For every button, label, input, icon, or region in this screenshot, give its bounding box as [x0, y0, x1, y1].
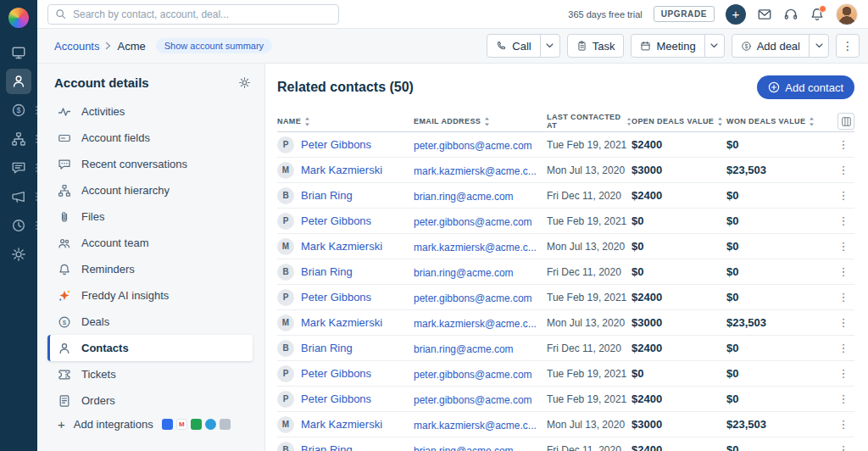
- rail-campaigns[interactable]: [6, 184, 31, 209]
- contact-name-link[interactable]: Brian Ring: [301, 265, 353, 278]
- sidebar-item-label: Files: [81, 210, 104, 223]
- row-kebab-menu[interactable]: ⋮: [837, 291, 849, 303]
- rail-contacts[interactable]: [6, 69, 31, 94]
- user-avatar[interactable]: [836, 3, 858, 25]
- row-kebab-menu[interactable]: ⋮: [837, 164, 849, 176]
- rail-settings[interactable]: [6, 242, 31, 267]
- contact-email-link[interactable]: peter.gibbons@acme.com: [414, 292, 532, 304]
- ticket-icon: [58, 368, 71, 381]
- row-kebab-menu[interactable]: ⋮: [837, 393, 849, 405]
- column-header-open-deals[interactable]: OPEN DEALS VALUE: [632, 117, 726, 126]
- row-kebab-menu[interactable]: ⋮: [837, 265, 849, 278]
- column-picker-button[interactable]: [837, 113, 854, 130]
- row-kebab-menu[interactable]: ⋮: [837, 342, 849, 354]
- call-button[interactable]: Call: [487, 34, 540, 58]
- last-contacted-value: Fri Dec 11, 2020: [547, 266, 632, 278]
- contact-email-link[interactable]: peter.gibbons@acme.com: [414, 216, 532, 228]
- contact-avatar: M: [277, 238, 294, 255]
- last-contacted-value: Mon Jul 13, 2020: [547, 241, 632, 253]
- show-account-summary-pill[interactable]: Show account summary: [156, 38, 272, 53]
- sidebar-item-label: Orders: [81, 394, 115, 407]
- table-row: M Mark Kazmierski mark.kazmiersk@acme.c.…: [277, 158, 854, 183]
- sidebar-item-activities[interactable]: Activities: [37, 98, 253, 125]
- freshworks-logo-icon[interactable]: [8, 8, 29, 28]
- row-kebab-menu[interactable]: ⋮: [837, 367, 849, 380]
- contact-email-link[interactable]: peter.gibbons@acme.com: [414, 140, 532, 152]
- sidebar-item-account-fields[interactable]: Account fields: [37, 125, 253, 151]
- sidebar-item-recent-conversations[interactable]: Recent conversations: [37, 151, 253, 177]
- contact-email-link[interactable]: peter.gibbons@acme.com: [414, 394, 532, 406]
- contact-name-link[interactable]: Peter Gibbons: [301, 291, 371, 303]
- row-kebab-menu[interactable]: ⋮: [837, 240, 849, 253]
- row-kebab-menu[interactable]: ⋮: [837, 316, 849, 329]
- rail-hierarchy[interactable]: [6, 126, 31, 152]
- contact-email-link[interactable]: mark.kazmiersk@acme.c...: [414, 318, 537, 330]
- sidebar-settings-button[interactable]: [238, 76, 251, 89]
- contact-email-link[interactable]: peter.gibbons@acme.com: [414, 369, 532, 381]
- toolbar-kebab-menu[interactable]: ⋮: [836, 34, 860, 58]
- contact-name-link[interactable]: Peter Gibbons: [301, 214, 371, 227]
- contact-name-link[interactable]: Peter Gibbons: [301, 138, 371, 151]
- sidebar-item-deals[interactable]: $ Deals: [37, 309, 253, 335]
- gear-icon: [238, 76, 251, 89]
- contact-name-link[interactable]: Mark Kazmierski: [301, 164, 382, 176]
- sort-icon: [304, 117, 310, 126]
- freddy-sparkle-icon: [58, 289, 71, 303]
- sidebar-item-orders[interactable]: Orders: [37, 387, 253, 414]
- column-header-won-deals[interactable]: WON DEALS VALUE: [726, 117, 835, 126]
- add-deal-dropdown-button[interactable]: [809, 34, 829, 58]
- row-kebab-menu[interactable]: ⋮: [837, 214, 849, 227]
- contact-name-link[interactable]: Mark Kazmierski: [301, 418, 382, 431]
- rail-activity-log[interactable]: [6, 213, 31, 238]
- svg-text:$: $: [744, 42, 748, 48]
- task-button[interactable]: Task: [567, 34, 625, 58]
- contact-name-link[interactable]: Brian Ring: [301, 189, 353, 202]
- upgrade-button[interactable]: UPGRADE: [654, 6, 715, 22]
- contact-name-link[interactable]: Brian Ring: [301, 443, 353, 451]
- email-button[interactable]: [757, 7, 772, 22]
- add-contact-button[interactable]: Add contact: [757, 75, 854, 99]
- sidebar-item-account-team[interactable]: Account team: [37, 230, 253, 256]
- activities-icon: [58, 105, 71, 119]
- contact-email-link[interactable]: brian.ring@acme.com: [414, 343, 514, 355]
- support-button[interactable]: [783, 7, 798, 22]
- contact-email-link[interactable]: mark.kazmiersk@acme.c...: [414, 165, 537, 177]
- row-kebab-menu[interactable]: ⋮: [837, 138, 849, 151]
- sidebar-item-contacts[interactable]: Contacts: [47, 335, 253, 361]
- sidebar-item-freddy-ai-insights[interactable]: Freddy AI insights: [37, 282, 253, 309]
- column-header-name[interactable]: NAME: [277, 117, 414, 126]
- sidebar-item-tickets[interactable]: Tickets: [37, 361, 253, 387]
- contact-name-link[interactable]: Brian Ring: [301, 342, 353, 354]
- meeting-button[interactable]: Meeting: [631, 34, 704, 58]
- sidebar-item-files[interactable]: Files: [37, 203, 253, 230]
- add-deal-button[interactable]: $ Add deal: [732, 34, 810, 58]
- row-kebab-menu[interactable]: ⋮: [837, 189, 849, 202]
- contact-email-link[interactable]: brian.ring@acme.com: [414, 267, 514, 279]
- contact-email-link[interactable]: brian.ring@acme.com: [414, 445, 514, 451]
- sidebar-item-reminders[interactable]: Reminders: [37, 256, 253, 282]
- notifications-button[interactable]: [810, 7, 825, 22]
- contact-email-link[interactable]: brian.ring@acme.com: [414, 191, 514, 203]
- contact-name-link[interactable]: Peter Gibbons: [301, 367, 371, 380]
- row-kebab-menu[interactable]: ⋮: [837, 443, 849, 451]
- rail-dashboard[interactable]: [6, 40, 31, 65]
- row-kebab-menu[interactable]: ⋮: [837, 418, 849, 431]
- contact-email-link[interactable]: mark.kazmiersk@acme.c...: [414, 420, 537, 432]
- column-header-email[interactable]: EMAIL ADDRESS: [414, 117, 547, 126]
- column-header-last-contacted[interactable]: LAST CONTACTED AT: [547, 113, 632, 130]
- contact-name-link[interactable]: Mark Kazmierski: [301, 240, 382, 253]
- add-integrations-button[interactable]: + Add integrations M: [37, 418, 264, 431]
- meeting-dropdown-button[interactable]: [704, 34, 725, 58]
- search-input[interactable]: [71, 8, 331, 21]
- breadcrumb-accounts-link[interactable]: Accounts: [54, 40, 99, 53]
- contact-name-link[interactable]: Peter Gibbons: [301, 393, 371, 405]
- rail-deals[interactable]: $: [6, 97, 31, 123]
- rail-conversations[interactable]: [6, 155, 31, 181]
- calendar-icon: [640, 41, 651, 52]
- call-dropdown-button[interactable]: [540, 34, 560, 58]
- global-search[interactable]: [47, 4, 339, 25]
- contact-email-link[interactable]: mark.kazmiersk@acme.c...: [414, 242, 537, 253]
- sidebar-item-account-hierarchy[interactable]: Account hierarchy: [37, 177, 253, 203]
- contact-name-link[interactable]: Mark Kazmierski: [301, 316, 382, 329]
- quick-add-button[interactable]: +: [726, 4, 746, 25]
